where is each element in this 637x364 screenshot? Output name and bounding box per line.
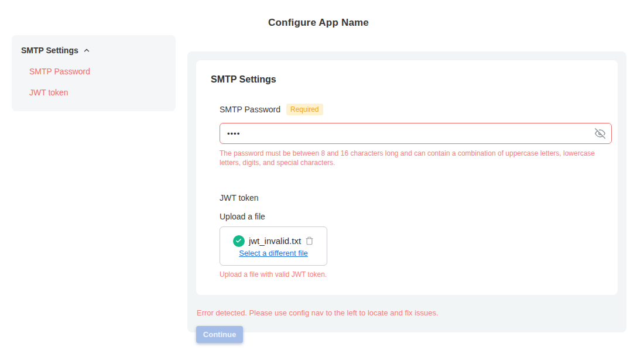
uploaded-file-name: jwt_invalid.txt — [249, 236, 301, 246]
required-badge: Required — [286, 104, 323, 115]
config-nav-sidebar: SMTP Settings SMTP Password JWT token — [12, 35, 176, 111]
sidebar-section-smtp-settings[interactable]: SMTP Settings — [21, 46, 166, 55]
trash-icon[interactable] — [305, 236, 314, 246]
config-panel: SMTP Settings SMTP Password Required — [187, 51, 626, 332]
eye-off-icon[interactable] — [595, 128, 605, 139]
continue-button[interactable]: Continue — [196, 326, 243, 343]
password-validation-message: The password must be between 8 and 16 ch… — [220, 149, 612, 167]
sidebar-item-jwt-token[interactable]: JWT token — [29, 88, 166, 97]
smtp-password-input[interactable] — [220, 123, 612, 144]
card-heading: SMTP Settings — [211, 74, 609, 85]
sidebar-item-smtp-password[interactable]: SMTP Password — [29, 67, 166, 76]
select-different-file-link[interactable]: Select a different file — [239, 249, 308, 257]
upload-file-label: Upload a file — [220, 212, 594, 221]
form-error-message: Error detected. Please use config nav to… — [197, 308, 618, 317]
jwt-token-label: JWT token — [220, 193, 594, 202]
page-title: Configure App Name — [0, 17, 637, 29]
sidebar-section-label: SMTP Settings — [21, 46, 78, 55]
smtp-password-label: SMTP Password — [220, 105, 280, 114]
jwt-validation-message: Upload a file with valid JWT token. — [220, 270, 594, 279]
check-icon — [233, 235, 245, 247]
chevron-up-icon — [83, 46, 91, 54]
uploaded-file-box: jwt_invalid.txt Select a different file — [220, 226, 327, 266]
smtp-settings-card: SMTP Settings SMTP Password Required — [196, 60, 618, 295]
